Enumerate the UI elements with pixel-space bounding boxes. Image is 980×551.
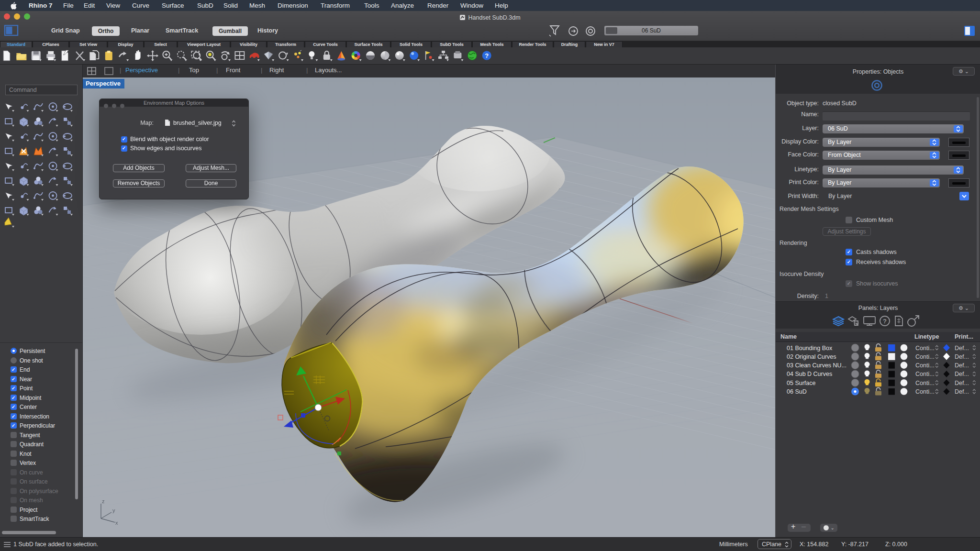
svg-text:Def...: Def... — [955, 380, 969, 386]
svg-text:y: y — [112, 507, 115, 513]
svg-text:Conti...: Conti... — [915, 345, 935, 352]
svg-text:06 SuD: 06 SuD — [787, 388, 807, 395]
svg-text:Conti...: Conti... — [915, 362, 935, 369]
svg-text:Def...: Def... — [955, 388, 969, 395]
svg-text:Conti...: Conti... — [915, 353, 935, 360]
svg-text:Def...: Def... — [955, 345, 969, 352]
svg-text:01 Bounding Box: 01 Bounding Box — [787, 345, 833, 352]
svg-text:?: ? — [485, 52, 489, 59]
svg-text:Conti...: Conti... — [915, 380, 935, 386]
svg-text:Conti...: Conti... — [915, 371, 935, 377]
svg-text:05 Surface: 05 Surface — [787, 380, 816, 386]
svg-text:z: z — [102, 498, 105, 504]
svg-text:x: x — [115, 520, 118, 526]
svg-text:Def...: Def... — [955, 353, 969, 360]
svg-text:04 Sub D Curves: 04 Sub D Curves — [787, 371, 832, 377]
svg-text:Def...: Def... — [955, 362, 969, 369]
svg-text:?: ? — [883, 318, 887, 325]
svg-text:03 Clean Curves NU...: 03 Clean Curves NU... — [787, 362, 846, 369]
svg-text:02 Original Curves: 02 Original Curves — [787, 353, 836, 360]
svg-text:Def...: Def... — [955, 371, 969, 377]
svg-text:Conti...: Conti... — [915, 388, 935, 395]
